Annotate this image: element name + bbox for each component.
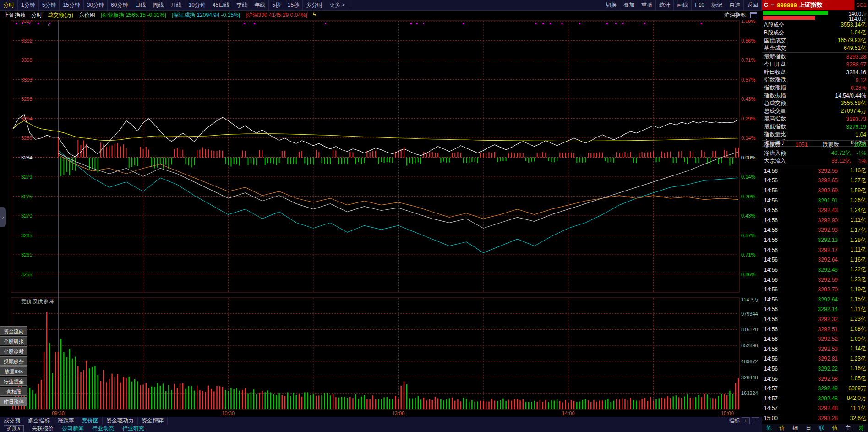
sidebar-button-0[interactable]: 资金流向: [0, 326, 27, 335]
statusbar-link-1[interactable]: 公司新闻: [58, 425, 88, 432]
info-value: 649.51亿: [844, 44, 866, 52]
left-quick-buttons: 资金流向个股研报个股诊断投顾服务放量935行业掘金含权股昨日涨停: [0, 326, 27, 407]
quote-tab-6[interactable]: 主: [846, 424, 851, 432]
toolbar-item-8[interactable]: 月线: [167, 0, 185, 10]
toolbar-action-2[interactable]: 重播: [638, 0, 656, 10]
toolbar-item-9[interactable]: 10分钟: [185, 0, 209, 10]
chart-header-segment-6[interactable]: [沪深300 4145.29 0.04%]: [246, 11, 307, 19]
tick-price: 3292.43: [784, 207, 838, 213]
statusbar-link-2[interactable]: 行业动态: [88, 425, 118, 432]
quote-tab-3[interactable]: 日: [806, 424, 811, 432]
svg-text:3279: 3279: [21, 174, 32, 180]
chart-header-segment-4[interactable]: [创业板指 2565.15 -0.31%]: [101, 11, 166, 19]
sidebar-button-1[interactable]: 个股研报: [0, 336, 27, 345]
toolbar-item-1[interactable]: 1分钟: [18, 0, 39, 10]
chart-header-segment-1[interactable]: 分时: [31, 11, 42, 19]
chart-header-segment-7[interactable]: ϟ: [313, 11, 316, 19]
toolbar-item-13[interactable]: 5秒: [269, 0, 284, 10]
svg-text:09:30: 09:30: [52, 410, 65, 416]
toolbar-action-7[interactable]: 自选: [726, 0, 744, 10]
quote-tab-2[interactable]: 细: [792, 424, 798, 432]
indicator-tab-4[interactable]: 资金驱动力: [103, 417, 138, 425]
toolbar-item-4[interactable]: 30分钟: [84, 0, 108, 10]
toolbar-action-1[interactable]: 叠加: [620, 0, 638, 10]
indicator-tab-5[interactable]: 资金博弈: [138, 417, 168, 425]
add-indicator-button[interactable]: +: [742, 417, 750, 424]
tick-time: 14:56: [764, 247, 784, 253]
sidebar-button-4[interactable]: 放量935: [0, 366, 27, 376]
expand-button[interactable]: 扩展∧: [4, 425, 24, 432]
indicator-tab-0[interactable]: 成交额: [0, 417, 24, 425]
axis-labels: 33171.00%33120.86%33080.71%33030.57%3298…: [21, 18, 759, 416]
toolbar-action-8[interactable]: 返回: [744, 0, 762, 10]
toolbar-item-2[interactable]: 5分钟: [39, 0, 60, 10]
svg-text:13:00: 13:00: [392, 410, 405, 416]
sidebar-button-5[interactable]: 行业掘金: [0, 377, 27, 386]
toolbar-item-6[interactable]: 日线: [131, 0, 149, 10]
tick-volume: 1.08亿: [838, 325, 866, 333]
info-value: 3284.16: [846, 69, 866, 76]
statusbar-link-0[interactable]: 关联报价: [27, 425, 58, 432]
quote-tab-4[interactable]: 联: [819, 424, 824, 432]
toolbar-item-14[interactable]: 15秒: [284, 0, 303, 10]
window-icon[interactable]: [750, 12, 757, 18]
chart-header-segment-3[interactable]: 竞价图: [79, 11, 95, 19]
tick-time: 14:56: [764, 277, 784, 283]
chart-header-segment-5[interactable]: [深证成指 12094.94 -0.15%]: [172, 11, 240, 19]
chart-header-segment-0[interactable]: 上证指数: [4, 11, 26, 19]
sidebar-button-6[interactable]: 含权股: [0, 387, 27, 396]
flow-row-0: 净流入额-40.72亿-1%: [762, 149, 868, 157]
svg-text:3265: 3265: [21, 233, 32, 238]
sidebar-button-7[interactable]: 昨日涨停: [0, 397, 27, 406]
indicator-label[interactable]: 指标: [729, 417, 740, 425]
tick-price: 3291.91: [784, 197, 838, 204]
toolbar-item-11[interactable]: 季线: [233, 0, 251, 10]
money-flow-rows: 净流入额-40.72亿-1%大宗流入33.12亿1%: [762, 149, 868, 165]
hushen-index-label[interactable]: 沪深指数: [724, 11, 746, 19]
quote-tab-1[interactable]: 价: [779, 424, 785, 432]
toolbar-item-7[interactable]: 周线: [149, 0, 167, 10]
toolbar-item-12[interactable]: 年线: [251, 0, 269, 10]
tick-list[interactable]: 14:563292.551.16亿14:563292.651.37亿14:563…: [762, 165, 868, 424]
svg-text:0.00%: 0.00%: [741, 155, 755, 160]
sidebar-button-2[interactable]: 个股诊断: [0, 346, 27, 355]
sidebar-button-3[interactable]: 投顾服务: [0, 356, 27, 366]
toolbar-action-4[interactable]: 画线: [674, 0, 692, 10]
tick-time: 14:56: [764, 227, 784, 233]
remove-indicator-button[interactable]: -: [752, 417, 759, 424]
tick-volume: 1.22亿: [838, 266, 866, 273]
tick-row-6: 14:563292.931.17亿: [762, 225, 868, 235]
statusbar-link-3[interactable]: 行业研究: [118, 425, 148, 432]
quote-tab-0[interactable]: 笔: [766, 424, 771, 432]
menu-icon[interactable]: ≡: [770, 2, 775, 8]
indicator-tab-1[interactable]: 多空指标: [24, 417, 54, 425]
panel-expander[interactable]: ›: [0, 207, 6, 227]
toolbar-action-6[interactable]: 标记: [708, 0, 726, 10]
toolbar-action-0[interactable]: 切换: [602, 0, 620, 10]
tick-time: 14:56: [764, 237, 784, 243]
toolbar-item-5[interactable]: 60分钟: [108, 0, 131, 10]
indicator-tab-3[interactable]: 竞价图: [78, 417, 103, 425]
tick-time: 14:56: [764, 187, 784, 194]
quote-tab-7[interactable]: 筹: [859, 424, 864, 432]
toolbar-item-15[interactable]: 多分时: [303, 0, 326, 10]
tick-price: 3292.69: [784, 187, 838, 194]
toolbar-action-3[interactable]: 统计: [656, 0, 674, 10]
toolbar-action-5[interactable]: F10: [692, 0, 708, 10]
toolbar-item-0[interactable]: 分时: [0, 0, 18, 10]
info-row-3: 基金成交649.51亿: [762, 44, 868, 53]
price-line: [13, 115, 738, 157]
toolbar-item-16[interactable]: 更多 >: [326, 0, 349, 10]
indicator-tab-2[interactable]: 涨跌率: [54, 417, 78, 425]
toolbar-item-10[interactable]: 45日线: [209, 0, 233, 10]
chart-header-segment-2[interactable]: 成交额(万): [48, 11, 73, 19]
tick-row-13: 14:563292.641.15亿: [762, 295, 868, 305]
tick-price: 3292.59: [784, 277, 838, 283]
toolbar-item-3[interactable]: 15分钟: [60, 0, 83, 10]
indicator-tabs: 成交额多空指标涨跌率竞价图资金驱动力资金博弈: [0, 417, 168, 425]
quote-tab-5[interactable]: 值: [832, 424, 838, 432]
intraday-chart[interactable]: 33171.00%33120.86%33080.71%33030.57%3298…: [0, 0, 762, 432]
svg-text:3303: 3303: [21, 77, 32, 82]
tick-price: 3292.93: [784, 227, 838, 233]
svg-text:竞价仅供参考: 竞价仅供参考: [21, 298, 54, 305]
